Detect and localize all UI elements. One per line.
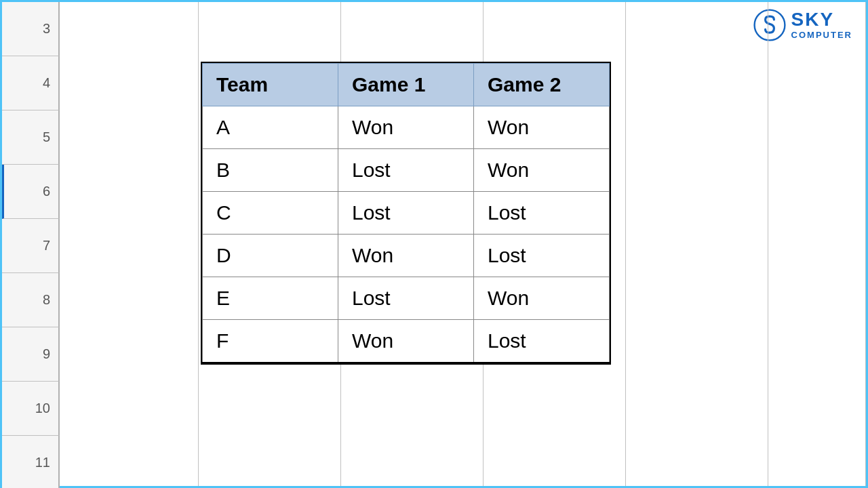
table-row: AWonWon [203, 106, 610, 149]
cell-team-f[interactable]: F [203, 320, 338, 363]
cell-game1-e[interactable]: Lost [338, 277, 474, 320]
logo-area: SKY COMPUTER [753, 9, 852, 41]
cell-game2-c[interactable]: Lost [474, 192, 610, 235]
cell-game1-b[interactable]: Lost [338, 149, 474, 192]
cell-game1-a[interactable]: Won [338, 106, 474, 149]
cell-team-d[interactable]: D [203, 235, 338, 277]
cell-game2-a[interactable]: Won [474, 106, 610, 149]
header-row: Team Game 1 Game 2 [203, 64, 610, 106]
header-team: Team [203, 64, 338, 106]
spreadsheet-container: SKY COMPUTER 34567891011 Team Game 1 Gam… [0, 0, 868, 488]
row-number-10: 10 [2, 382, 60, 436]
table-row: BLostWon [203, 149, 610, 192]
cell-team-a[interactable]: A [203, 106, 338, 149]
cell-team-c[interactable]: C [203, 192, 338, 235]
table-row: FWonLost [203, 320, 610, 363]
logo-sky-label: SKY [791, 9, 852, 30]
row-number-3: 3 [2, 2, 60, 56]
sky-computer-logo-icon [753, 9, 786, 41]
logo-text: SKY COMPUTER [791, 9, 852, 40]
table-row: DWonLost [203, 235, 610, 277]
row-number-4: 4 [2, 56, 60, 110]
row-number-8: 8 [2, 273, 60, 327]
data-table: Team Game 1 Game 2 AWonWonBLostWonCLostL… [202, 63, 610, 363]
header-game2: Game 2 [474, 64, 610, 106]
cell-game1-f[interactable]: Won [338, 320, 474, 363]
table-row: CLostLost [203, 192, 610, 235]
row-number-6: 6 [2, 165, 60, 219]
cell-game1-c[interactable]: Lost [338, 192, 474, 235]
logo-computer-label: COMPUTER [791, 30, 852, 40]
cell-team-b[interactable]: B [203, 149, 338, 192]
cell-game2-b[interactable]: Won [474, 149, 610, 192]
col-line-6 [768, 2, 866, 486]
row-numbers-column: 34567891011 [2, 2, 60, 486]
col-line-1 [60, 2, 199, 486]
row-number-5: 5 [2, 110, 60, 165]
row-number-9: 9 [2, 327, 60, 382]
table-row: ELostWon [203, 277, 610, 320]
row-number-11: 11 [2, 436, 60, 488]
row-number-7: 7 [2, 219, 60, 273]
data-table-wrapper: Team Game 1 Game 2 AWonWonBLostWonCLostL… [201, 62, 611, 365]
header-game1: Game 1 [338, 64, 474, 106]
cell-game2-d[interactable]: Lost [474, 235, 610, 277]
cell-team-e[interactable]: E [203, 277, 338, 320]
cell-game2-e[interactable]: Won [474, 277, 610, 320]
col-line-5 [626, 2, 768, 486]
cell-game2-f[interactable]: Lost [474, 320, 610, 363]
cell-game1-d[interactable]: Won [338, 235, 474, 277]
